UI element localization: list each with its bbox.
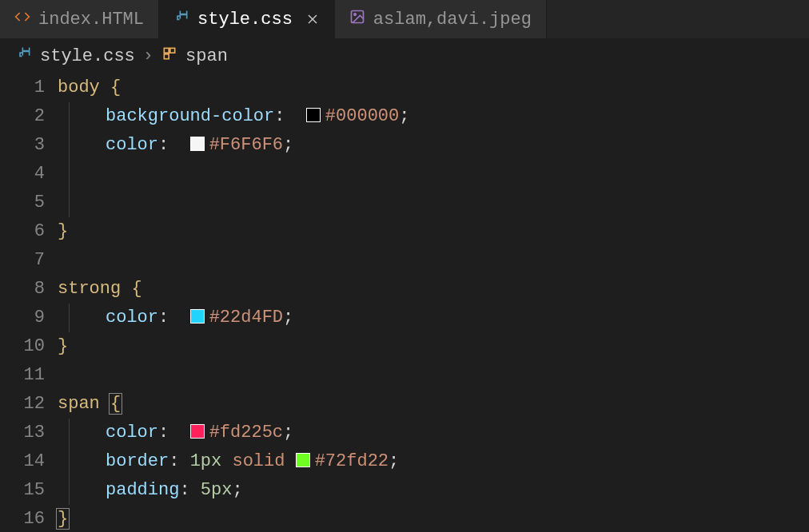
code-line: } [58, 505, 809, 532]
code-line: strong { [58, 275, 809, 304]
tab-bar: index.HTML style.css aslam,davi.jpeg [0, 0, 809, 38]
code-line: background-color: #000000; [58, 102, 809, 131]
line-number: 3 [0, 131, 45, 160]
line-number: 4 [0, 160, 45, 189]
tab-label: index.HTML [38, 10, 144, 30]
tab-label: style.css [197, 10, 293, 30]
svg-rect-4 [164, 48, 169, 53]
indent-guide [69, 102, 70, 217]
breadcrumb-file: style.css [40, 46, 135, 66]
code-line [58, 160, 809, 189]
color-swatch [306, 108, 321, 122]
tab-index-html[interactable]: index.HTML [0, 0, 159, 38]
line-number: 11 [0, 361, 45, 390]
close-icon[interactable] [305, 12, 320, 26]
color-swatch [296, 453, 310, 467]
svg-rect-5 [170, 48, 175, 53]
color-swatch [190, 309, 205, 324]
breadcrumb-symbol: span [185, 46, 228, 66]
line-number: 2 [0, 102, 45, 131]
code-line: border: 1px solid #72fd22; [58, 447, 809, 476]
chevron-right-icon: › [143, 46, 153, 66]
code-line [58, 246, 809, 275]
tab-aslam-davi-jpeg[interactable]: aslam,davi.jpeg [335, 0, 547, 38]
svg-rect-6 [164, 54, 169, 58]
line-number: 9 [0, 304, 45, 332]
line-number: 8 [0, 275, 45, 304]
image-icon [349, 9, 365, 30]
code-line: color: #fd225c; [58, 419, 809, 447]
html-icon [14, 9, 30, 30]
indent-guide [69, 419, 70, 505]
line-number: 5 [0, 189, 45, 217]
css-icon [173, 9, 189, 30]
breadcrumb[interactable]: style.css › span [0, 38, 809, 73]
code-line [58, 361, 809, 390]
line-number: 1 [0, 73, 45, 102]
line-number: 10 [0, 332, 45, 361]
code-line: } [58, 217, 809, 246]
code-line: color: #22d4FD; [58, 304, 809, 332]
symbol-icon [161, 46, 177, 67]
line-number: 13 [0, 419, 45, 447]
line-number: 15 [0, 476, 45, 505]
css-icon [16, 46, 32, 67]
code-line [58, 189, 809, 217]
line-number: 16 [0, 505, 45, 532]
code-area[interactable]: body { background-color: #000000; color:… [58, 73, 809, 532]
line-gutter: 1 2 3 4 5 6 7 8 9 10 11 12 13 14 15 16 [0, 73, 58, 532]
line-number: 7 [0, 246, 45, 275]
color-swatch [190, 424, 205, 439]
code-line: body { [58, 73, 809, 102]
code-line: span { [58, 390, 809, 419]
code-line: color: #F6F6F6; [58, 131, 809, 160]
line-number: 6 [0, 217, 45, 246]
code-line: padding: 5px; [58, 476, 809, 505]
indent-guide [69, 304, 70, 332]
editor[interactable]: 1 2 3 4 5 6 7 8 9 10 11 12 13 14 15 16 b… [0, 73, 809, 532]
tab-label: aslam,davi.jpeg [373, 10, 532, 30]
line-number: 12 [0, 390, 45, 419]
line-number: 14 [0, 447, 45, 476]
color-swatch [190, 137, 205, 151]
tab-style-css[interactable]: style.css [159, 0, 335, 38]
svg-point-3 [354, 13, 357, 14]
code-line: } [58, 332, 809, 361]
